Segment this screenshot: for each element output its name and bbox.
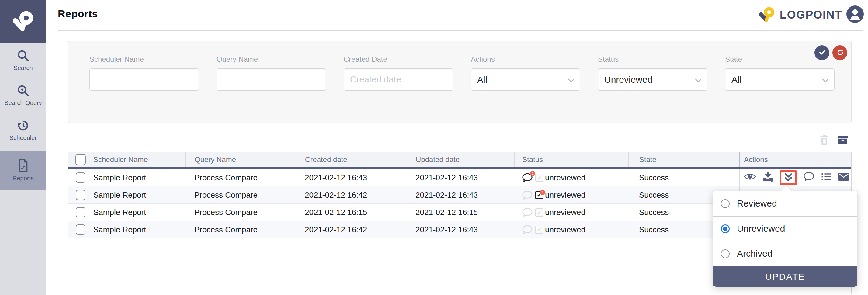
update-status-button[interactable] <box>783 173 794 183</box>
status-update-highlight <box>780 170 797 185</box>
column-header-scheduler-name: Scheduler Name <box>89 152 185 167</box>
filter-state: State All <box>725 55 835 91</box>
delete-selected-button[interactable] <box>819 135 829 146</box>
radio-archived[interactable] <box>721 250 730 258</box>
cell-query-name: Process Compare <box>185 204 296 221</box>
select-all-checkbox[interactable] <box>75 154 86 165</box>
comment-bubble-icon[interactable] <box>522 225 533 234</box>
filter-label: Created Date <box>344 55 453 64</box>
reviewed-checkbox[interactable]: ✓ <box>535 226 544 234</box>
created-date-input[interactable] <box>350 74 447 85</box>
selected-value: All <box>477 74 487 85</box>
sidebar-item-reports[interactable]: Reports <box>0 152 46 190</box>
status-select[interactable]: Unreviewed <box>598 68 707 91</box>
cell-updated-date: 2021-02-12 16:43 <box>408 169 514 186</box>
reviewed-checkbox[interactable]: ✓ <box>535 174 544 182</box>
sidebar: Search Search Query Scheduler Reports <box>0 0 46 295</box>
email-report-button[interactable] <box>838 172 849 183</box>
sidebar-item-search-query[interactable]: Search Query <box>0 84 46 106</box>
cell-updated-date: 2021-02-12 16:43 <box>408 187 514 203</box>
sidebar-nav: Search Search Query Scheduler Reports <box>0 42 46 190</box>
view-report-button[interactable] <box>744 173 756 183</box>
filter-panel-actions <box>814 45 847 60</box>
option-label: Archived <box>737 249 773 259</box>
filter-status: Status Unreviewed <box>598 55 707 91</box>
cell-state: Success <box>628 169 739 186</box>
search-icon <box>17 49 30 62</box>
chevron-down-icon <box>568 74 575 85</box>
cell-updated-date: 2021-02-12 16:15 <box>408 204 514 221</box>
reports-document-icon <box>17 159 29 172</box>
user-avatar-button[interactable] <box>846 5 864 24</box>
state-select[interactable]: All <box>725 68 835 91</box>
column-header-query-name: Query Name <box>185 152 296 167</box>
reviewed-checkbox[interactable]: ✓3 <box>535 191 544 199</box>
filter-label: Query Name <box>217 55 326 64</box>
table-header-row: Scheduler Name Query Name Created date U… <box>68 152 851 169</box>
option-reviewed[interactable]: Reviewed <box>713 191 857 216</box>
actions-select[interactable]: All <box>471 68 580 91</box>
column-header-status: Status <box>514 152 628 167</box>
status-text: unreviewed <box>545 208 585 217</box>
scheduler-name-input[interactable] <box>96 74 192 85</box>
chevron-down-icon <box>822 74 829 85</box>
filter-actions: Actions All <box>471 55 580 91</box>
selected-value: Unreviewed <box>604 74 652 85</box>
cell-scheduler-name: Sample Report <box>89 187 185 203</box>
review-count-badge: 3 <box>540 190 545 195</box>
radio-unreviewed[interactable] <box>721 224 730 233</box>
selected-value: All <box>732 74 742 85</box>
reset-undo-icon <box>835 48 845 58</box>
filter-label: Status <box>598 55 707 64</box>
option-archived[interactable]: Archived <box>713 241 857 266</box>
row-checkbox[interactable] <box>76 207 86 218</box>
comment-bubble-icon[interactable] <box>522 208 533 217</box>
sidebar-item-label: Reports <box>12 175 34 182</box>
archive-selected-button[interactable] <box>837 135 848 146</box>
filter-panel: Scheduler Name Query Name Created Date A… <box>68 41 851 123</box>
comment-bubble-icon[interactable] <box>522 190 533 200</box>
option-unreviewed[interactable]: Unreviewed <box>713 216 857 241</box>
row-checkbox[interactable] <box>76 224 86 235</box>
header-divider <box>58 30 863 31</box>
query-name-input[interactable] <box>223 74 320 85</box>
cell-query-name: Process Compare <box>185 187 296 203</box>
logpoint-logo-icon <box>11 10 35 33</box>
table-row: Sample Report Process Compare 2021-02-12… <box>68 169 851 187</box>
status-text: unreviewed <box>545 225 585 234</box>
details-list-button[interactable] <box>821 172 832 183</box>
filter-query-name: Query Name <box>217 55 326 91</box>
filter-label: Scheduler Name <box>89 55 199 64</box>
app-logo[interactable] <box>0 0 46 42</box>
update-button[interactable]: UPDATE <box>713 266 857 287</box>
sidebar-item-search[interactable]: Search <box>0 49 46 71</box>
status-update-dropdown: Reviewed Unreviewed Archived UPDATE <box>713 191 858 287</box>
sidebar-item-scheduler[interactable]: Scheduler <box>0 119 46 141</box>
comment-count-badge: 1 <box>530 171 535 176</box>
select-divider <box>690 73 690 86</box>
status-text: unreviewed <box>545 173 585 183</box>
check-apply-icon <box>817 48 827 58</box>
cell-created-date: 2021-02-12 16:15 <box>296 204 408 221</box>
option-label: Unreviewed <box>737 224 785 234</box>
comment-button[interactable] <box>803 172 814 184</box>
reviewed-checkbox[interactable]: ✓ <box>535 208 544 217</box>
logpoint-brand-icon <box>758 6 776 24</box>
download-report-button[interactable] <box>763 171 773 184</box>
cell-scheduler-name: Sample Report <box>89 169 185 186</box>
status-text: unreviewed <box>545 190 585 200</box>
cell-scheduler-name: Sample Report <box>89 204 185 221</box>
select-divider <box>563 73 563 86</box>
apply-filters-button[interactable] <box>814 45 829 60</box>
cell-created-date: 2021-02-12 16:42 <box>296 187 408 203</box>
cell-created-date: 2021-02-12 16:43 <box>296 169 408 186</box>
reset-filters-button[interactable] <box>832 45 847 60</box>
select-divider <box>817 73 817 86</box>
row-checkbox[interactable] <box>76 172 86 183</box>
row-checkbox[interactable] <box>76 190 86 200</box>
brand-area: LOGPOINT <box>758 5 864 24</box>
radio-reviewed[interactable] <box>721 199 730 208</box>
comment-bubble-icon[interactable]: 1 <box>522 173 533 183</box>
cell-updated-date: 2021-02-12 16:43 <box>408 221 514 238</box>
sidebar-item-label: Search Query <box>4 99 42 106</box>
